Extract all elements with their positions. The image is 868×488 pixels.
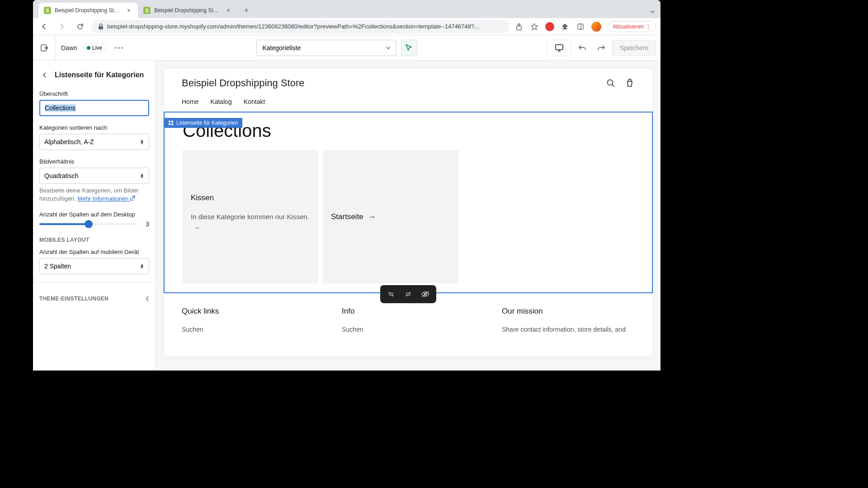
sort-select[interactable]: Alphabetisch, A-Z ▲▼ xyxy=(39,134,149,150)
svg-rect-10 xyxy=(169,121,170,122)
sidebar-title: Listenseite für Kategorien xyxy=(55,71,144,79)
close-icon[interactable]: × xyxy=(125,7,132,14)
desktop-cols-slider[interactable] xyxy=(39,223,137,225)
move-down-button[interactable] xyxy=(404,290,413,299)
footer-heading: Our mission xyxy=(502,307,635,316)
page-heading: Collections xyxy=(183,121,634,141)
more-info-link[interactable]: Mehr Informationen xyxy=(78,195,135,202)
redo-button[interactable] xyxy=(593,40,609,56)
chevron-left-icon xyxy=(146,296,149,301)
editor-topbar: Dawn Live Kategorieliste xyxy=(33,35,660,61)
star-icon[interactable] xyxy=(530,22,539,31)
kebab-icon: ⋮ xyxy=(646,23,651,30)
ratio-help-text: Bearbeite deine Kategorien, um Bilder hi… xyxy=(39,187,149,203)
selected-section[interactable]: Collections Kissen In diese Kategorie ko… xyxy=(164,112,653,293)
section-icon xyxy=(168,120,174,126)
nav-home[interactable]: Home xyxy=(182,98,198,105)
avatar[interactable] xyxy=(591,22,601,32)
card-title: Startseite → xyxy=(331,212,450,221)
footer-link[interactable]: Suchen xyxy=(182,326,315,333)
arrow-right-icon: → xyxy=(193,224,200,231)
undo-button[interactable] xyxy=(574,40,590,56)
svg-rect-2 xyxy=(578,24,583,29)
select-caret-icon: ▲▼ xyxy=(140,139,144,145)
panel-icon[interactable] xyxy=(576,22,585,31)
footer-link[interactable]: Suchen xyxy=(342,326,475,333)
svg-point-9 xyxy=(608,80,613,85)
ratio-select[interactable]: Quadratisch ▲▼ xyxy=(39,168,149,184)
select-caret-icon: ▲▼ xyxy=(140,263,144,269)
svg-rect-11 xyxy=(171,121,173,122)
inspector-button[interactable] xyxy=(401,40,417,56)
reload-button[interactable] xyxy=(74,20,86,33)
theme-name: Dawn xyxy=(56,44,83,52)
select-caret-icon: ▲▼ xyxy=(140,173,144,178)
arrow-right-icon: → xyxy=(368,212,376,221)
lock-icon xyxy=(98,23,104,30)
slider-value: 3 xyxy=(143,221,149,228)
mobile-cols-select[interactable]: 2 Spalten ▲▼ xyxy=(39,258,149,274)
tab-title: Beispiel Dropshipping Store · D xyxy=(55,7,122,14)
more-button[interactable] xyxy=(111,40,127,56)
footer-text: Share contact information, store details… xyxy=(502,326,635,333)
sort-label: Kategorien sortieren nach: xyxy=(39,124,149,131)
forward-button[interactable] xyxy=(56,20,68,33)
browser-tab[interactable]: S Beispiel Dropshipping Store · E × xyxy=(138,3,237,18)
url-text: beispiel-dropshipping-store.myshopify.co… xyxy=(107,23,479,30)
page-selector[interactable]: Kategorieliste xyxy=(256,40,396,56)
mobile-cols-label: Anzahl der Spalten auf mobilem Gerät xyxy=(39,249,149,255)
tabs-dropdown-icon[interactable] xyxy=(650,9,655,14)
card-title: Kissen xyxy=(191,193,310,202)
nav-contact[interactable]: Kontakt xyxy=(244,98,265,105)
svg-rect-0 xyxy=(99,26,103,29)
share-icon[interactable] xyxy=(514,22,524,31)
address-bar[interactable]: beispiel-dropshipping-store.myshopify.co… xyxy=(92,20,509,33)
update-button[interactable]: Aktualisieren ⋮ xyxy=(608,21,656,32)
status-dot-icon xyxy=(87,46,90,50)
svg-point-7 xyxy=(121,47,123,48)
chevron-down-icon xyxy=(386,47,391,49)
theme-settings-toggle[interactable]: THEME-EINSTELLUNGEN xyxy=(39,291,149,306)
card-description: In diese Kategorie kommen nur Kissen. → xyxy=(191,211,310,233)
exit-editor-button[interactable] xyxy=(33,35,56,60)
close-icon[interactable]: × xyxy=(225,7,232,14)
browser-tabbar: S Beispiel Dropshipping Store · D × S Be… xyxy=(33,0,660,18)
section-label[interactable]: Listenseite für Kategorien xyxy=(164,118,242,128)
collection-card[interactable]: Kissen In diese Kategorie kommen nur Kis… xyxy=(183,150,318,283)
desktop-preview-button[interactable] xyxy=(550,40,568,56)
svg-point-6 xyxy=(118,47,119,48)
new-tab-button[interactable]: + xyxy=(240,4,253,17)
svg-rect-8 xyxy=(556,45,563,50)
live-badge: Live xyxy=(83,43,106,52)
shopify-favicon: S xyxy=(143,7,151,14)
back-button[interactable] xyxy=(39,70,50,80)
section-toolbar xyxy=(380,285,436,303)
theme-preview: Beispiel Dropshipping Store Home Katalog… xyxy=(163,68,653,357)
tab-title: Beispiel Dropshipping Store · E xyxy=(154,7,221,14)
extension-icon[interactable] xyxy=(545,22,554,31)
svg-rect-13 xyxy=(171,123,173,125)
browser-toolbar: beispiel-dropshipping-store.myshopify.co… xyxy=(33,18,660,35)
footer-heading: Info xyxy=(342,307,475,316)
collection-card[interactable]: Startseite → xyxy=(323,150,458,283)
shopify-favicon: S xyxy=(44,7,51,14)
search-icon[interactable] xyxy=(606,78,616,88)
mobile-section-head: MOBILES LAYOUT xyxy=(39,237,149,243)
browser-tab[interactable]: S Beispiel Dropshipping Store · D × xyxy=(38,3,138,18)
extensions-icon[interactable] xyxy=(561,22,570,31)
settings-sidebar: Listenseite für Kategorien Überschrift C… xyxy=(33,61,156,371)
svg-rect-12 xyxy=(169,123,170,125)
store-name: Beispiel Dropshipping Store xyxy=(182,77,606,89)
save-button[interactable]: Speichern xyxy=(612,40,656,56)
cart-icon[interactable] xyxy=(625,78,635,88)
footer-heading: Quick links xyxy=(182,307,315,316)
svg-point-5 xyxy=(115,47,116,48)
hide-section-button[interactable] xyxy=(421,290,430,299)
back-button[interactable] xyxy=(38,20,50,33)
heading-input[interactable]: Collections xyxy=(39,100,149,116)
heading-label: Überschrift xyxy=(39,90,149,97)
desktop-cols-label: Anzahl der Spalten auf dem Desktop xyxy=(39,211,149,218)
move-up-button[interactable] xyxy=(387,290,396,299)
ratio-label: Bildverhältnis xyxy=(39,158,149,165)
nav-catalog[interactable]: Katalog xyxy=(210,98,231,105)
